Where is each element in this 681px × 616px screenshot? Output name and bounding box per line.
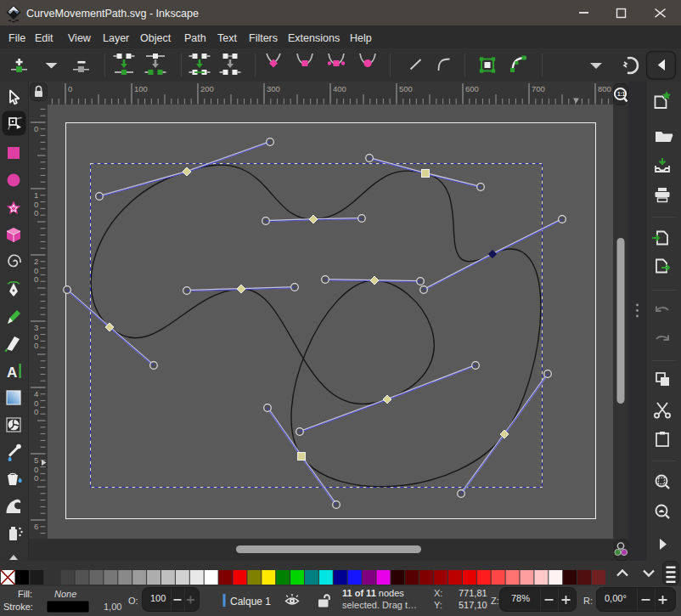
svg-text:5: 5 bbox=[34, 455, 38, 465]
svg-text:0: 0 bbox=[34, 124, 38, 133]
svg-text:500: 500 bbox=[399, 84, 413, 93]
svg-text:200: 200 bbox=[200, 84, 214, 93]
svg-text:400: 400 bbox=[333, 84, 346, 93]
svg-text:600: 600 bbox=[465, 84, 479, 93]
svg-text:0: 0 bbox=[68, 84, 72, 93]
svg-text:0: 0 bbox=[34, 341, 38, 350]
svg-text:1: 1 bbox=[34, 190, 38, 200]
svg-text:0: 0 bbox=[34, 407, 38, 416]
svg-text:300: 300 bbox=[267, 84, 280, 93]
svg-text:100: 100 bbox=[134, 84, 148, 93]
svg-text:0: 0 bbox=[34, 473, 38, 483]
svg-text:800: 800 bbox=[598, 84, 611, 93]
svg-text:A: A bbox=[7, 365, 17, 381]
svg-text:3: 3 bbox=[34, 323, 38, 332]
svg-text:0: 0 bbox=[34, 208, 38, 218]
svg-text:2: 2 bbox=[34, 257, 38, 266]
svg-text:4: 4 bbox=[34, 389, 38, 398]
svg-text:700: 700 bbox=[532, 84, 545, 93]
svg-text:0: 0 bbox=[34, 274, 38, 284]
svg-text:6: 6 bbox=[34, 522, 38, 531]
